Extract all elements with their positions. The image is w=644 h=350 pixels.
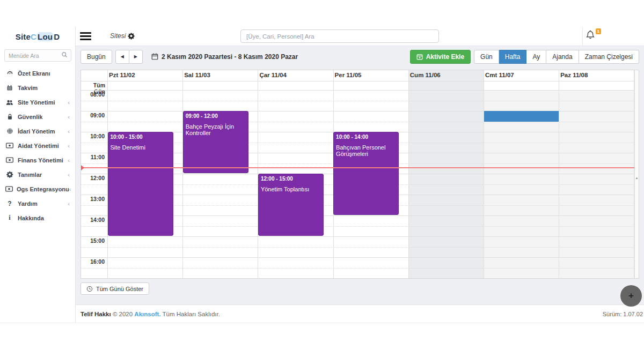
column-divider (408, 70, 409, 278)
event-title: Bahçıvan Personel Görüşmeleri (336, 144, 396, 157)
half-hour-line (81, 122, 634, 122)
day-header: Cum 11/06 (408, 70, 484, 78)
chevron-left-icon: ‹ (68, 128, 70, 135)
hour-line (81, 236, 634, 237)
time-label: 12:00 (81, 175, 105, 181)
sidebar-item-4[interactable]: Güvenlik‹ (0, 109, 75, 124)
event-time: 09:00 - 12:00 (186, 113, 246, 119)
lock-icon (5, 113, 14, 120)
time-label: 16:00 (81, 258, 105, 265)
time-label: 10:00 (81, 133, 105, 139)
today-button[interactable]: Bugün (80, 50, 112, 64)
users-icon (5, 99, 14, 106)
chevron-left-icon: ‹ (68, 114, 70, 120)
sidebar-item-6[interactable]: Aidat Yönetimi‹ (0, 138, 75, 153)
sidebar-item-10[interactable]: ?Yardım‹ (0, 196, 75, 211)
date-range-label: 2 Kasım 2020 Pazartesi - 8 Kasım 2020 Pa… (162, 53, 298, 61)
time-label: 11:00 (81, 154, 105, 160)
calendar-grid: Tüm Gün 08:0009:0010:0011:0012:0013:0014… (80, 70, 639, 279)
column-divider (182, 70, 183, 278)
chevron-left-icon: ‹ (68, 99, 70, 106)
time-label: 14:00 (81, 217, 105, 223)
calendar-plus-icon (416, 54, 423, 60)
view-button-hafta[interactable]: Hafta (499, 50, 527, 64)
date-range: 2 Kasım 2020 Pazartesi - 8 Kasım 2020 Pa… (151, 53, 298, 61)
app-logo: SiteCLouD (0, 27, 75, 46)
gauge-icon (5, 70, 14, 77)
allday-divider (81, 90, 639, 91)
event-title: Yönetim Toplantısı (261, 186, 321, 192)
sidebar-item-3[interactable]: Site Yönetimi‹ (0, 95, 75, 109)
current-time-line (81, 167, 634, 168)
sidebar-item-9[interactable]: Ogs Entegrasyonu‹ (0, 182, 75, 196)
day-header: Per 11/05 (333, 70, 408, 78)
sidebar-item-label: İdari Yönetim (18, 128, 55, 135)
prev-week-button[interactable]: ◀ (115, 50, 129, 64)
scroll-up-icon: ▲ (635, 176, 639, 180)
half-hour-line (81, 247, 634, 248)
calendar-event[interactable]: 09:00 - 12:00Bahçe Peyzajı İçin Kontroll… (183, 111, 248, 173)
notifications-button[interactable]: 1 (586, 29, 599, 43)
day-header: Çar 11/04 (258, 70, 333, 78)
copyright-year: © 2020 (113, 311, 133, 317)
banknote-icon (5, 186, 13, 192)
add-activity-button[interactable]: Aktivite Ekle (410, 50, 471, 64)
sidebar-item-label: Takvim (18, 85, 38, 91)
chevron-left-icon: ‹ (68, 143, 70, 149)
calendar-event[interactable]: 12:00 - 15:00Yönetim Toplantısı (258, 174, 324, 236)
topbar: Sitesi 1 (76, 27, 644, 46)
footer: Telif Hakkı © 2020 Akınsoft. Tüm Hakları… (76, 304, 644, 323)
hour-line (81, 257, 634, 258)
sidebar-item-label: Yardım (18, 200, 38, 207)
sidebar-item-label: Güvenlik (18, 114, 42, 120)
sidebar-item-7[interactable]: Finans Yönetimi‹ (0, 153, 75, 167)
calendar-toolbar: Bugün ◀ ▶ 2 Kasım 2020 Pazartesi - 8 Kas… (80, 49, 639, 64)
selected-timeslot[interactable] (484, 111, 559, 122)
clock-icon (86, 286, 93, 292)
view-switcher: GünHaftaAyAjandaZaman Çizelgesi (474, 50, 639, 64)
add-activity-label: Aktivite Ekle (426, 53, 464, 61)
column-divider (484, 70, 484, 278)
sidebar-item-1[interactable]: Özet Ekranı (0, 66, 75, 80)
next-week-button[interactable]: ▶ (129, 50, 143, 64)
view-button-gün[interactable]: Gün (474, 50, 499, 64)
sidebar-item-5[interactable]: İdari Yönetim‹ (0, 124, 75, 138)
half-hour-line (81, 101, 634, 101)
company-link[interactable]: Akınsoft. (134, 311, 160, 317)
calendar-icon (5, 84, 14, 91)
sidebar-item-8[interactable]: Tanımlar‹ (0, 167, 75, 182)
sidebar-item-label: Ogs Entegrasyonu (17, 186, 69, 192)
view-button-zaman-çizelgesi[interactable]: Zaman Çizelgesi (579, 50, 639, 64)
question-icon: ? (5, 200, 14, 207)
topbar-divider (582, 27, 583, 46)
banknote-icon (5, 143, 14, 148)
column-divider (559, 70, 559, 278)
notification-badge: 1 (596, 28, 601, 34)
logo-cloud-c: C (31, 32, 36, 41)
sidebar-item-11[interactable]: iHakkında (0, 211, 75, 225)
banknote-icon (5, 157, 14, 163)
sidebar-menu: Özet EkranıTakvimSite Yönetimi‹Güvenlik‹… (0, 66, 75, 225)
calendar-event[interactable]: 10:00 - 15:00Site Denetimi (108, 132, 173, 236)
version-label: Sürüm: 1.07.02 (603, 311, 643, 317)
time-label: 13:00 (81, 196, 105, 202)
event-time: 12:00 - 15:00 (261, 176, 321, 182)
grid-scrollbar[interactable]: ▲ (635, 70, 639, 278)
calendar-icon (151, 53, 158, 60)
info-icon: i (5, 214, 14, 222)
view-button-ajanda[interactable]: Ajanda (546, 50, 579, 64)
chevron-left-icon: ‹ (68, 157, 70, 163)
view-button-ay[interactable]: Ay (526, 50, 546, 64)
sidebar-item-2[interactable]: Takvim (0, 80, 75, 95)
site-context[interactable]: Sitesi (110, 32, 135, 40)
hamburger-menu-icon[interactable] (80, 32, 91, 41)
calendar-event[interactable]: 10:00 - 14:00Bahçıvan Personel Görüşmele… (333, 132, 399, 215)
day-header: Sal 11/03 (182, 70, 258, 78)
sidebar-item-label: Site Yönetimi (18, 99, 55, 106)
gear-icon (5, 171, 14, 178)
show-all-day-button[interactable]: Tüm Günü Göster (80, 282, 149, 295)
day-header: Paz 11/08 (559, 70, 634, 78)
global-search-input[interactable] (240, 29, 439, 43)
current-time-arrow (81, 165, 84, 170)
floating-add-button[interactable]: + (620, 285, 642, 307)
